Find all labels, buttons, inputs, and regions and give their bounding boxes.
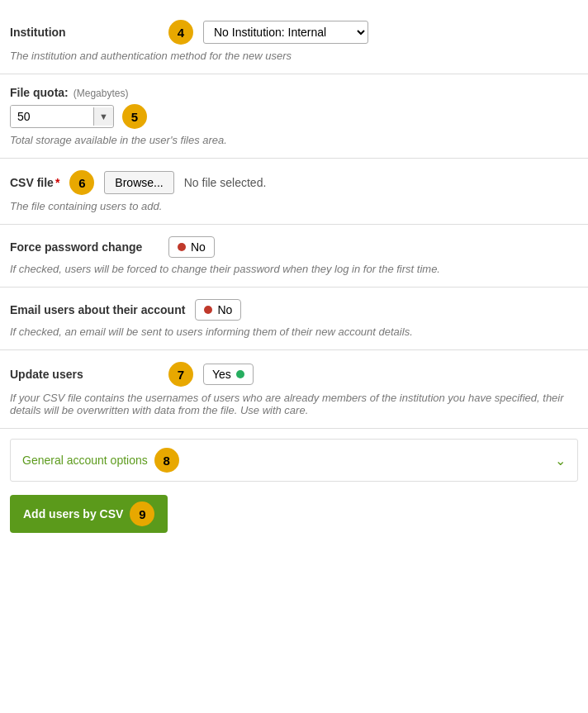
institution-hint: The institution and authentication metho…: [10, 50, 578, 62]
update-users-toggle-label: Yes: [212, 368, 231, 381]
add-users-badge: 9: [130, 501, 154, 526]
file-quota-label: File quota:: [10, 86, 69, 99]
browse-button[interactable]: Browse...: [104, 171, 173, 194]
file-quota-section: File quota: (Megabytes) ▼ 5 Total storag…: [0, 74, 588, 159]
update-users-label: Update users: [10, 368, 159, 381]
force-password-toggle[interactable]: No: [168, 236, 215, 258]
force-password-dot: [178, 243, 186, 251]
force-password-hint: If checked, users will be forced to chan…: [10, 263, 578, 275]
csv-file-section: CSV file* 6 Browse... No file selected. …: [0, 159, 588, 225]
quota-arrow[interactable]: ▼: [93, 107, 113, 126]
accordion-title: General account options 8: [22, 448, 179, 473]
update-users-dot: [236, 370, 244, 378]
update-users-toggle[interactable]: Yes: [203, 364, 254, 385]
csv-required: *: [55, 176, 59, 189]
institution-label: Institution: [10, 26, 159, 39]
no-file-text: No file selected.: [184, 176, 267, 189]
quota-input[interactable]: [11, 106, 93, 127]
csv-label: CSV file*: [10, 176, 59, 189]
institution-badge: 4: [168, 20, 193, 45]
email-users-hint: If checked, an email will be sent to use…: [10, 326, 578, 338]
file-quota-badge: 5: [122, 104, 147, 129]
email-users-dot: [204, 306, 212, 314]
csv-badge: 6: [69, 170, 94, 195]
update-users-badge: 7: [168, 362, 193, 387]
accordion-header[interactable]: General account options 8 ⌄: [11, 440, 577, 481]
email-users-section: Email users about their account No If ch…: [0, 288, 588, 350]
email-users-label: Email users about their account: [10, 303, 185, 316]
force-password-section: Force password change No If checked, use…: [0, 225, 588, 288]
add-users-button[interactable]: Add users by CSV 9: [10, 495, 168, 533]
email-users-toggle[interactable]: No: [195, 299, 241, 321]
update-users-hint: If your CSV file contains the usernames …: [10, 392, 578, 416]
force-password-toggle-label: No: [191, 240, 206, 254]
add-button-row: Add users by CSV 9: [0, 492, 588, 543]
accordion: General account options 8 ⌄: [10, 439, 578, 482]
institution-select[interactable]: No Institution: InternalOther Institutio…: [203, 21, 368, 44]
add-users-label: Add users by CSV: [23, 507, 123, 520]
accordion-title-text: General account options: [22, 454, 148, 467]
file-quota-unit: (Megabytes): [74, 88, 129, 99]
accordion-chevron-icon: ⌄: [555, 453, 566, 468]
email-users-toggle-label: No: [217, 303, 232, 316]
update-users-section: Update users 7 Yes If your CSV file cont…: [0, 350, 588, 429]
file-quota-hint: Total storage available in the user's fi…: [10, 134, 578, 146]
quota-input-wrap: ▼: [10, 105, 114, 128]
institution-section: Institution 4 No Institution: InternalOt…: [0, 8, 588, 74]
csv-hint: The file containing users to add.: [10, 200, 578, 212]
force-password-label: Force password change: [10, 240, 159, 254]
accordion-badge: 8: [154, 448, 179, 473]
